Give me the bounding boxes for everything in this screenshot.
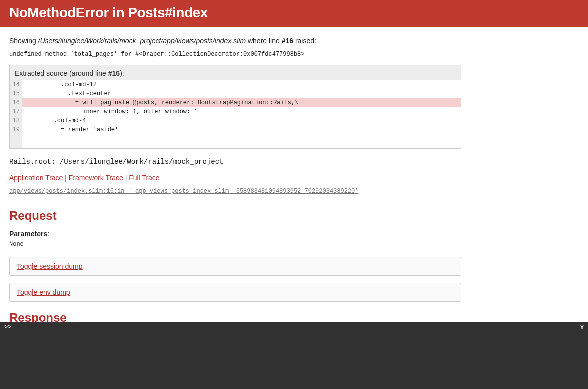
application-trace-link[interactable]: Application Trace [9,174,63,182]
extracted-label-suffix: ): [120,70,124,78]
line-number: 18 [10,116,22,126]
toggle-env-box: Toggle env dump [9,283,461,302]
source-row: 19 = render 'aside' [10,126,461,134]
toggle-session-link[interactable]: Toggle session dump [17,262,83,270]
parameters-value: None [9,241,461,248]
source-line: .col-md-4 [22,116,461,126]
parameters-colon: : [47,230,49,238]
trace-frame[interactable]: app/views/posts/index.slim:16:in `_app_v… [9,188,461,195]
console-prompt: >> [4,324,11,331]
showing-suffix: raised: [293,37,316,45]
parameters-label: Parameters [9,230,47,238]
extracted-source-box: Extracted source (around line #16): 14 .… [9,65,461,149]
source-row-highlighted: 16 = will_paginate @posts, renderer: Boo… [10,98,461,108]
line-number: 19 [10,126,22,134]
console-close-icon[interactable]: x [580,323,584,331]
source-row: 15 .text-center [10,90,461,98]
web-console[interactable]: >> x [0,322,588,389]
toggle-session-box: Toggle session dump [9,257,461,276]
request-heading: Request [9,209,461,223]
framework-trace-link[interactable]: Framework Trace [69,174,123,182]
full-trace-link[interactable]: Full Trace [129,174,159,182]
source-line: .text-center [22,90,461,98]
source-line: inner_window: 1, outer_window: 1 [22,108,461,116]
line-number: 17 [10,108,22,116]
source-row: 18 .col-md-4 [10,116,461,126]
error-title: NoMethodError in Posts#index [9,5,579,21]
trace-sep: | [63,174,68,182]
parameters-line: Parameters: [9,230,461,238]
trace-links: Application Trace | Framework Trace | Fu… [9,174,461,182]
source-line: = render 'aside' [22,126,461,134]
extracted-label-prefix: Extracted source (around line [15,70,108,78]
source-table: 14 .col-md-12 15 .text-center 16 = will_… [10,80,461,148]
extracted-source-title: Extracted source (around line #16): [10,66,461,80]
extracted-line-ref: #16 [108,70,120,78]
error-header: NoMethodError in Posts#index [0,0,588,27]
trace-sep: | [123,174,129,182]
source-line-blank [22,134,461,148]
source-file-path: /Users/ilunglee/Work/rails/mock_project/… [38,37,246,45]
source-row-blank [10,134,461,148]
showing-line: Showing /Users/ilunglee/Work/rails/mock_… [9,37,461,45]
line-number: 14 [10,80,22,90]
source-row: 14 .col-md-12 [10,80,461,90]
line-number: 15 [10,90,22,98]
source-row: 17 inner_window: 1, outer_window: 1 [10,108,461,116]
line-number-blank [10,134,22,148]
source-line: .col-md-12 [22,80,461,90]
rails-root: Rails.root: /Users/ilunglee/Work/rails/m… [9,158,461,166]
showing-prefix: Showing [9,37,38,45]
source-line-ref: #16 [282,37,293,45]
toggle-env-link[interactable]: Toggle env dump [17,288,70,296]
showing-mid: where line [246,37,282,45]
line-number: 16 [10,98,22,108]
exception-message: undefined method `total_pages' for #<Dra… [9,51,461,58]
source-line: = will_paginate @posts, renderer: Bootst… [22,98,461,108]
